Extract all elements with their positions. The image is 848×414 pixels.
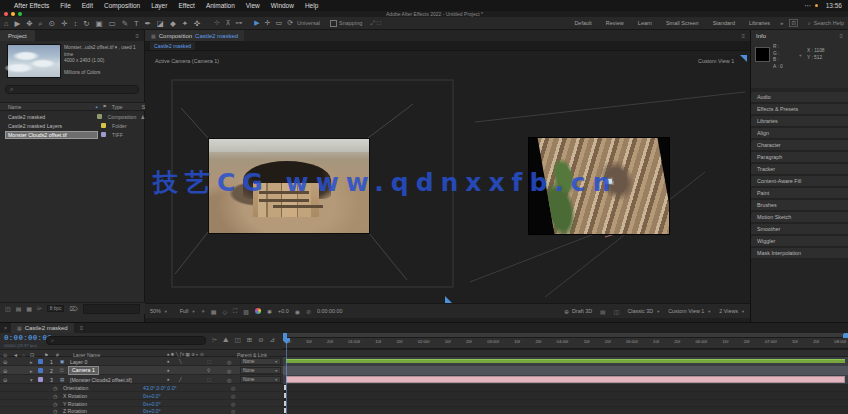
gizmo-tool-icon[interactable]: ⊶ — [235, 19, 242, 27]
label-swatch[interactable] — [101, 132, 106, 137]
composition-mini-flowchart-icon[interactable]: ⌲ — [212, 336, 217, 344]
tool-icon[interactable]: ✦ — [182, 17, 188, 30]
camera-switch-icon[interactable]: ⚲ — [207, 366, 210, 375]
collapsed-panel-tab[interactable]: Motion Sketch — [751, 212, 848, 224]
snapping-checkbox[interactable] — [330, 20, 337, 27]
exposure-value[interactable]: +0.0 — [278, 308, 289, 314]
workspace-tab[interactable]: Libraries — [749, 20, 770, 26]
renderer-dropdown[interactable]: Classic 3D▼ — [627, 308, 660, 314]
axis-mode-dropdown[interactable]: Universal — [297, 20, 320, 26]
eye-icon[interactable]: ⊙ — [3, 357, 7, 366]
magnification-dropdown[interactable]: 50%▼ — [150, 308, 168, 314]
panel-menu-icon[interactable]: ≡ — [839, 33, 843, 39]
property-gear-icon[interactable]: ◎ — [231, 385, 235, 391]
collapsed-panel-tab[interactable]: Tracker — [751, 164, 848, 176]
tool-icon[interactable]: ▭ — [109, 17, 116, 30]
workspace-tab[interactable]: Small Screen — [666, 20, 699, 26]
timeline-tab[interactable]: ▦ Castle2 masked — [11, 323, 74, 333]
property-value[interactable]: 43.0°,0.0°,0.0° — [143, 385, 177, 391]
property-value[interactable]: 0x+0.0° — [143, 408, 161, 414]
tool-icon[interactable]: ✜ — [194, 17, 200, 30]
collapsed-panel-tab[interactable]: Smoother — [751, 224, 848, 236]
tool-icon[interactable]: ⌕ — [39, 17, 43, 30]
pickwhip-icon[interactable]: ◎ — [227, 375, 231, 384]
gizmo-tool-icon[interactable]: ⊼ — [225, 19, 230, 27]
expand-arrow-icon[interactable]: ▸ — [30, 366, 33, 375]
menu-item[interactable]: Edit — [82, 2, 93, 9]
menu-item[interactable]: After Effects — [14, 2, 49, 9]
parent-dropdown[interactable]: None▼ — [240, 376, 281, 383]
property-gear-icon[interactable]: ◎ — [231, 401, 235, 407]
zoom-about-icons[interactable]: ⤢ ⛶ — [370, 20, 381, 27]
layer-row-selected[interactable]: ⊙ ▸ 2 ⏍ Camera 1 ♠ ⚲ ◎ None▼ — [0, 366, 848, 375]
workspace-tab[interactable]: Review — [606, 20, 624, 26]
project-bit-depth[interactable]: 8 bpc — [47, 305, 65, 312]
resolution-dropdown[interactable]: Full▼ — [180, 308, 196, 314]
menu-item[interactable]: Animation — [206, 2, 235, 9]
quality-switch-icon[interactable]: ╲ — [179, 357, 182, 366]
property-row[interactable]: ◷ Y Rotation 0x+0.0° ◎ — [0, 400, 848, 408]
stopwatch-icon[interactable]: ◷ — [53, 385, 57, 391]
position-gizmo-icon[interactable]: ✛ — [265, 19, 271, 27]
workspace-overflow-button[interactable]: » — [780, 20, 783, 26]
collapse-arrow-icon[interactable]: ▾ — [30, 375, 33, 384]
stopwatch-icon[interactable]: ◷ — [53, 408, 57, 414]
menu-item[interactable]: Composition — [104, 2, 140, 9]
stopwatch-icon[interactable]: ◷ — [53, 401, 57, 407]
layer-bar-pink[interactable] — [286, 376, 845, 383]
transparency-grid-icon[interactable]: ▨ — [243, 308, 249, 315]
shy-layers-icon[interactable]: ◫ — [235, 336, 241, 344]
graph-editor-icon[interactable]: ⊿ — [270, 336, 275, 344]
layer-name[interactable]: Layer 0 — [70, 357, 87, 366]
ground-plane-icon[interactable]: ▤ — [600, 308, 606, 315]
view-layout-dropdown[interactable]: 2 Views▼ — [719, 308, 745, 314]
project-tab[interactable]: Project — [0, 30, 35, 41]
close-window-button[interactable] — [4, 12, 8, 16]
selection-gizmo-icon[interactable]: ▶ — [254, 19, 259, 27]
tool-icon[interactable]: ▶ — [15, 17, 21, 30]
eye-icon[interactable]: ⊙ — [3, 366, 7, 375]
menu-item[interactable]: View — [246, 2, 260, 9]
label-swatch[interactable] — [101, 123, 106, 128]
layer-row[interactable]: ⊙ ▾ 3 ▤ [Monster Clouds2 offset.tif] ♠ ╱… — [0, 375, 848, 384]
region-of-interest-icon[interactable]: ⛶ — [233, 308, 237, 315]
draft-3d-icon[interactable]: ⛰ — [223, 336, 228, 344]
workspace-tab[interactable]: Default — [574, 20, 591, 26]
tool-icon[interactable]: ◆ — [170, 17, 176, 30]
close-tab-icon[interactable]: × — [4, 325, 7, 331]
time-ruler[interactable]: 0f10f20f01:00f10f20f02:00f10f20f03:00f10… — [283, 338, 848, 349]
interpret-footage-icon[interactable]: ◫ — [5, 305, 11, 312]
property-row[interactable]: ◷ X Rotation 0x+0.0° ◎ — [0, 392, 848, 400]
collapsed-panel-tab[interactable]: Paint — [751, 188, 848, 200]
shy-switch-icon[interactable]: ♠ — [167, 357, 169, 366]
collapsed-panel-tab[interactable]: Character — [751, 140, 848, 152]
layer-track[interactable] — [283, 357, 848, 366]
3d-layer-switch-icon[interactable]: ⬚ — [207, 375, 211, 384]
property-gear-icon[interactable]: ◎ — [231, 393, 235, 399]
always-preview-icon[interactable]: ⌖ — [201, 308, 204, 315]
preview-time[interactable]: 0:00:00:00 — [317, 308, 342, 314]
shy-switch-icon[interactable]: ♠ — [167, 375, 169, 384]
tool-icon[interactable]: ⌂ — [4, 17, 9, 30]
panel-menu-icon[interactable]: ≡ — [80, 325, 84, 331]
current-time-display[interactable]: 0:00:00:00 — [4, 334, 52, 342]
tool-icon[interactable]: ↻ — [83, 17, 89, 30]
collapsed-panel-tab[interactable]: Brushes — [751, 200, 848, 212]
collapsed-panel-tab[interactable]: Audio — [751, 92, 848, 104]
tool-icon[interactable]: ⊙ — [49, 17, 55, 30]
trash-icon[interactable]: ⌦ — [69, 305, 77, 312]
tool-icon[interactable]: ✥ — [26, 17, 32, 30]
gizmo-tool-icon[interactable]: ⊹ — [214, 19, 220, 27]
property-track[interactable] — [283, 400, 848, 408]
property-track[interactable] — [283, 384, 848, 392]
parent-dropdown[interactable]: None▼ — [240, 358, 281, 365]
quality-switch-icon[interactable]: ╱ — [179, 375, 182, 384]
menu-item[interactable]: Window — [271, 2, 294, 9]
eye-icon[interactable]: ⊙ — [3, 375, 7, 384]
new-folder-icon[interactable]: ▤ — [16, 305, 22, 312]
comp-breadcrumb-tab[interactable]: Castle2 masked — [150, 42, 195, 50]
composition-tab[interactable]: ▦ Composition Castle2 masked — [145, 30, 244, 41]
tool-icon[interactable]: ✒ — [145, 17, 151, 30]
collapsed-panel-tab[interactable]: Content-Aware Fill — [751, 176, 848, 188]
property-gear-icon[interactable]: ◎ — [231, 408, 235, 414]
